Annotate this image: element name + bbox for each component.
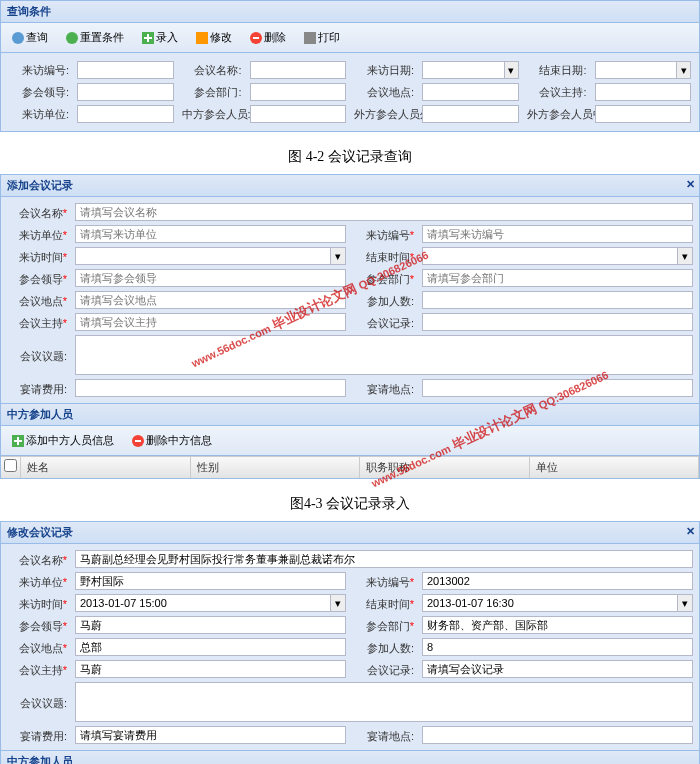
close-icon[interactable]: ✕ <box>686 178 695 191</box>
toolbar: 查询 重置条件 录入 修改 删除 打印 <box>1 23 699 53</box>
feeloc-input[interactable] <box>422 726 693 744</box>
caption-1: 图 4-2 会议记录查询 <box>0 140 700 174</box>
visit-unit-input[interactable] <box>77 105 174 123</box>
code-input[interactable] <box>422 225 693 243</box>
end-input[interactable] <box>422 247 678 265</box>
host-input[interactable] <box>75 313 346 331</box>
cn-people-input[interactable] <box>250 105 347 123</box>
date-picker-icon[interactable]: ▾ <box>331 247 346 265</box>
lbl-feeloc: 宴请地点: <box>354 727 414 744</box>
lbl-unit: 来访单位 <box>7 226 67 243</box>
lbl-dept: 参会部门: <box>182 83 242 101</box>
host-input[interactable] <box>595 83 692 101</box>
lbl-foreign-cn: 外方参会人员中文名: <box>527 105 587 123</box>
dept-input[interactable] <box>422 269 693 287</box>
loc-input[interactable] <box>75 638 346 656</box>
fee-input[interactable] <box>75 379 346 397</box>
reset-button[interactable]: 重置条件 <box>59 27 131 48</box>
lbl-host: 会议主持 <box>7 661 67 678</box>
date-picker-icon[interactable]: ▾ <box>678 247 693 265</box>
name-input[interactable] <box>75 550 693 568</box>
add-person-button[interactable]: 添加中方人员信息 <box>5 430 121 451</box>
unit-input[interactable] <box>75 572 346 590</box>
leader-input[interactable] <box>77 83 174 101</box>
loc-input[interactable] <box>75 291 346 309</box>
query-form: 来访编号: 会议名称: 来访日期:▾ 结束日期:▾ 参会领导: 参会部门: 会议… <box>1 53 699 131</box>
date-picker-icon[interactable]: ▾ <box>505 61 519 79</box>
lbl-feeloc: 宴请地点: <box>354 380 414 397</box>
dept-input[interactable] <box>422 616 693 634</box>
lbl-unit: 来访单位 <box>7 573 67 590</box>
record-input[interactable] <box>422 660 693 678</box>
leader-input[interactable] <box>75 269 346 287</box>
sub-header: 中方参加人员 <box>1 403 699 426</box>
name-input[interactable] <box>75 203 693 221</box>
lbl-leader: 参会领导 <box>7 617 67 634</box>
add-button[interactable]: 录入 <box>135 27 185 48</box>
caption-2: 图4-3 会议记录录入 <box>0 487 700 521</box>
meeting-name-input[interactable] <box>250 61 347 79</box>
lbl-code: 来访编号 <box>354 226 414 243</box>
print-button[interactable]: 打印 <box>297 27 347 48</box>
end-input[interactable] <box>422 594 678 612</box>
record-input[interactable] <box>422 313 693 331</box>
date-picker-icon[interactable]: ▾ <box>331 594 346 612</box>
lbl-start: 来访时间 <box>7 248 67 265</box>
code-input[interactable] <box>422 572 693 590</box>
close-icon[interactable]: ✕ <box>686 525 695 538</box>
lbl-location: 会议地点: <box>354 83 414 101</box>
topic-input[interactable] <box>75 335 693 375</box>
query-panel: 查询条件 查询 重置条件 录入 修改 删除 打印 来访编号: 会议名称: 来访日… <box>0 0 700 132</box>
lbl-topic: 会议议题: <box>7 347 67 364</box>
date-picker-icon[interactable]: ▾ <box>677 61 691 79</box>
people-input[interactable] <box>422 291 693 309</box>
lbl-record: 会议记录: <box>354 661 414 678</box>
add-icon <box>142 32 154 44</box>
visit-code-input[interactable] <box>77 61 174 79</box>
foreign-cn-input[interactable] <box>595 105 692 123</box>
topic-input[interactable] <box>75 682 693 722</box>
lbl-loc: 会议地点 <box>7 292 67 309</box>
fee-input[interactable] <box>75 726 346 744</box>
lbl-end: 结束时间 <box>354 595 414 612</box>
lbl-dept: 参会部门 <box>354 270 414 287</box>
location-input[interactable] <box>422 83 519 101</box>
col-gender: 性别 <box>191 457 361 478</box>
lbl-visit-unit: 来访单位: <box>9 105 69 123</box>
lbl-name: 会议名称 <box>7 551 67 568</box>
lbl-code: 来访编号 <box>354 573 414 590</box>
dept-input[interactable] <box>250 83 347 101</box>
delete-button[interactable]: 删除 <box>243 27 293 48</box>
start-input[interactable] <box>75 594 331 612</box>
edit-form: 会议名称 来访单位 来访编号 来访时间▾ 结束时间▾ 参会领导 参会部门 会议地… <box>1 544 699 750</box>
search-icon <box>12 32 24 44</box>
checkbox-header[interactable] <box>1 457 21 478</box>
lbl-cn-people: 中方参会人员: <box>182 105 242 123</box>
foreign-en-input[interactable] <box>422 105 519 123</box>
date-picker-icon[interactable]: ▾ <box>678 594 693 612</box>
lbl-end-date: 结束日期: <box>527 61 587 79</box>
lbl-people: 参加人数: <box>354 639 414 656</box>
leader-input[interactable] <box>75 616 346 634</box>
delete-icon <box>250 32 262 44</box>
unit-input[interactable] <box>75 225 346 243</box>
print-icon <box>304 32 316 44</box>
lbl-fee: 宴请费用: <box>7 380 67 397</box>
del-person-button[interactable]: 删除中方信息 <box>125 430 219 451</box>
col-position: 职务职称 <box>360 457 530 478</box>
host-input[interactable] <box>75 660 346 678</box>
lbl-leader: 参会领导: <box>9 83 69 101</box>
delete-icon <box>132 435 144 447</box>
edit-button[interactable]: 修改 <box>189 27 239 48</box>
add-form: 会议名称 来访单位 来访编号 来访时间▾ 结束时间▾ 参会领导 参会部门 会议地… <box>1 197 699 403</box>
search-button[interactable]: 查询 <box>5 27 55 48</box>
end-date-input[interactable] <box>595 61 678 79</box>
add-panel: 添加会议记录✕ 会议名称 来访单位 来访编号 来访时间▾ 结束时间▾ 参会领导 … <box>0 174 700 479</box>
refresh-icon <box>66 32 78 44</box>
sub-toolbar: 添加中方人员信息 删除中方信息 <box>1 426 699 456</box>
people-input[interactable] <box>422 638 693 656</box>
visit-date-input[interactable] <box>422 61 505 79</box>
start-input[interactable] <box>75 247 331 265</box>
lbl-start: 来访时间 <box>7 595 67 612</box>
feeloc-input[interactable] <box>422 379 693 397</box>
